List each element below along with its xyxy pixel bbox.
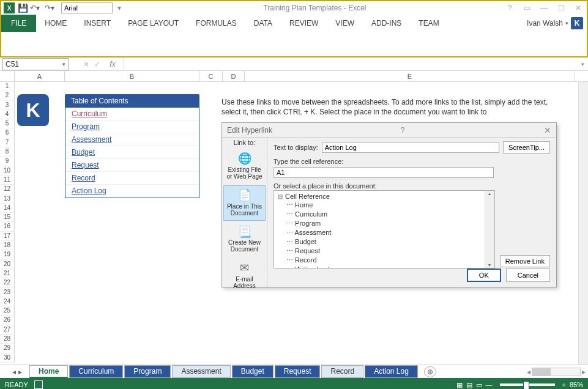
cell-reference-input[interactable] bbox=[274, 167, 494, 178]
view-page-layout-icon[interactable]: ▤ bbox=[466, 381, 472, 389]
row-header[interactable]: 4 bbox=[0, 110, 15, 119]
help-icon[interactable]: ? bbox=[504, 4, 516, 12]
toc-link[interactable]: Action Log bbox=[65, 185, 199, 198]
row-header[interactable]: 12 bbox=[0, 185, 15, 194]
spreadsheet-grid[interactable]: 1234567891011121314151617181920212223242… bbox=[0, 82, 588, 365]
row-header[interactable]: 14 bbox=[0, 204, 15, 213]
name-box[interactable]: C51 bbox=[2, 58, 69, 70]
tree-item[interactable]: ⋯ Request bbox=[275, 246, 493, 256]
col-header-d[interactable]: D bbox=[223, 71, 245, 81]
document-places-tree[interactable]: Cell Reference ⋯ Home⋯ Curriculum⋯ Progr… bbox=[274, 190, 495, 269]
close-icon[interactable]: ✕ bbox=[572, 4, 584, 12]
row-header[interactable]: 25 bbox=[0, 306, 15, 316]
col-header-b[interactable]: B bbox=[65, 71, 199, 81]
row-header[interactable]: 27 bbox=[0, 325, 15, 335]
select-all-corner[interactable] bbox=[0, 71, 15, 81]
tab-formulas[interactable]: FORMULAS bbox=[187, 15, 245, 32]
row-header[interactable]: 22 bbox=[0, 278, 15, 287]
row-header[interactable]: 16 bbox=[0, 222, 15, 231]
tab-view[interactable]: VIEW bbox=[327, 15, 363, 32]
screentip-button[interactable]: ScreenTip... bbox=[503, 141, 550, 154]
tree-item[interactable]: ⋯ Curriculum bbox=[275, 210, 493, 219]
sheet-tab[interactable]: Request bbox=[275, 365, 321, 378]
row-header[interactable]: 3 bbox=[0, 101, 15, 110]
row-header[interactable]: 7 bbox=[0, 138, 15, 147]
row-header[interactable]: 20 bbox=[0, 260, 15, 269]
sheet-nav-next[interactable]: ▸ bbox=[18, 368, 22, 376]
tab-data[interactable]: DATA bbox=[245, 15, 281, 32]
toc-link[interactable]: Budget bbox=[65, 146, 199, 159]
add-sheet-button[interactable]: ⊕ bbox=[424, 366, 436, 377]
row-header[interactable]: 13 bbox=[0, 194, 15, 204]
tab-review[interactable]: REVIEW bbox=[281, 15, 327, 32]
ribbon-options-icon[interactable]: ▭ bbox=[521, 4, 533, 12]
dialog-help-icon[interactable]: ? bbox=[401, 126, 405, 135]
row-header[interactable]: 1 bbox=[0, 82, 15, 91]
tree-item[interactable]: ⋯ Home bbox=[275, 201, 493, 210]
zoom-out-icon[interactable]: — bbox=[486, 381, 493, 388]
row-header[interactable]: 8 bbox=[0, 147, 15, 157]
sheet-tab[interactable]: Curriculum bbox=[69, 365, 123, 378]
formula-input[interactable] bbox=[124, 57, 578, 70]
tree-item[interactable]: ⋯ Program bbox=[275, 219, 493, 228]
ok-button[interactable]: OK bbox=[467, 269, 501, 282]
row-header[interactable]: 15 bbox=[0, 213, 15, 222]
tab-file[interactable]: FILE bbox=[1, 15, 36, 32]
row-header[interactable]: 10 bbox=[0, 166, 15, 176]
linkto-option[interactable]: 🌐Existing File or Web Page bbox=[223, 149, 266, 184]
horizontal-scrollbar[interactable]: ◂▸ bbox=[527, 368, 588, 376]
tab-team[interactable]: TEAM bbox=[410, 15, 447, 32]
row-header[interactable]: 5 bbox=[0, 119, 15, 128]
sheet-tab[interactable]: Program bbox=[124, 365, 171, 378]
maximize-icon[interactable]: ☐ bbox=[555, 4, 567, 12]
toc-link[interactable]: Program bbox=[65, 120, 199, 133]
linkto-option[interactable]: ✉E-mail Address bbox=[223, 258, 266, 294]
row-header[interactable]: 2 bbox=[0, 91, 15, 100]
zoom-in-icon[interactable]: + bbox=[562, 381, 566, 388]
row-header[interactable]: 18 bbox=[0, 241, 15, 250]
undo-button[interactable]: ↶▾ bbox=[28, 2, 42, 13]
row-header[interactable]: 6 bbox=[0, 128, 15, 138]
tree-item[interactable]: ⋯ Budget bbox=[275, 237, 493, 246]
tab-home[interactable]: HOME bbox=[36, 15, 75, 32]
row-header[interactable]: 21 bbox=[0, 269, 15, 278]
sheet-tab[interactable]: Home bbox=[29, 365, 68, 378]
enter-formula-icon[interactable]: ✓ bbox=[94, 60, 100, 69]
sheet-tab[interactable]: Budget bbox=[232, 365, 274, 378]
row-header[interactable]: 19 bbox=[0, 250, 15, 259]
sheet-tab[interactable]: Action Log bbox=[365, 365, 418, 378]
cancel-button[interactable]: Cancel bbox=[506, 269, 550, 282]
row-header[interactable]: 24 bbox=[0, 297, 15, 306]
cancel-formula-icon[interactable]: ✕ bbox=[83, 60, 89, 69]
row-header[interactable]: 30 bbox=[0, 354, 15, 363]
sheet-tab[interactable]: Record bbox=[321, 365, 363, 378]
tab-page-layout[interactable]: PAGE LAYOUT bbox=[119, 15, 187, 32]
tree-item[interactable]: ⋯ 'Action Log' bbox=[275, 265, 493, 269]
qat-dropdown[interactable]: ▾ bbox=[113, 2, 126, 13]
user-account[interactable]: Ivan Walsh▾ K bbox=[527, 17, 587, 29]
row-header[interactable]: 17 bbox=[0, 232, 15, 241]
linkto-option[interactable]: 📄Place in This Document bbox=[223, 185, 266, 221]
tree-root[interactable]: Cell Reference bbox=[275, 192, 493, 201]
fx-button[interactable]: fx bbox=[105, 60, 120, 69]
row-header[interactable]: 28 bbox=[0, 335, 15, 344]
col-header-e[interactable]: E bbox=[245, 71, 575, 81]
tree-item[interactable]: ⋯ Record bbox=[275, 256, 493, 265]
row-header[interactable]: 23 bbox=[0, 288, 15, 297]
remove-link-button[interactable]: Remove Link bbox=[500, 255, 550, 267]
save-icon[interactable]: 💾 bbox=[17, 2, 28, 13]
dialog-titlebar[interactable]: Edit Hyperlink ? ✕ bbox=[222, 123, 556, 138]
row-header[interactable]: 29 bbox=[0, 344, 15, 353]
sheet-nav-prev[interactable]: ◂ bbox=[12, 368, 16, 376]
linkto-option[interactable]: 📃Create New Document bbox=[223, 222, 266, 257]
toc-link[interactable]: Curriculum bbox=[65, 108, 199, 120]
zoom-percent[interactable]: 85% bbox=[570, 381, 583, 388]
toc-link[interactable]: Request bbox=[65, 159, 199, 172]
toc-link[interactable]: Record bbox=[65, 172, 199, 185]
tab-insert[interactable]: INSERT bbox=[75, 15, 119, 32]
view-normal-icon[interactable]: ▦ bbox=[456, 381, 463, 389]
tree-scrollbar[interactable] bbox=[485, 191, 494, 268]
row-header[interactable]: 11 bbox=[0, 176, 15, 185]
toc-link[interactable]: Assessment bbox=[65, 133, 199, 146]
col-header-c[interactable]: C bbox=[199, 71, 223, 81]
